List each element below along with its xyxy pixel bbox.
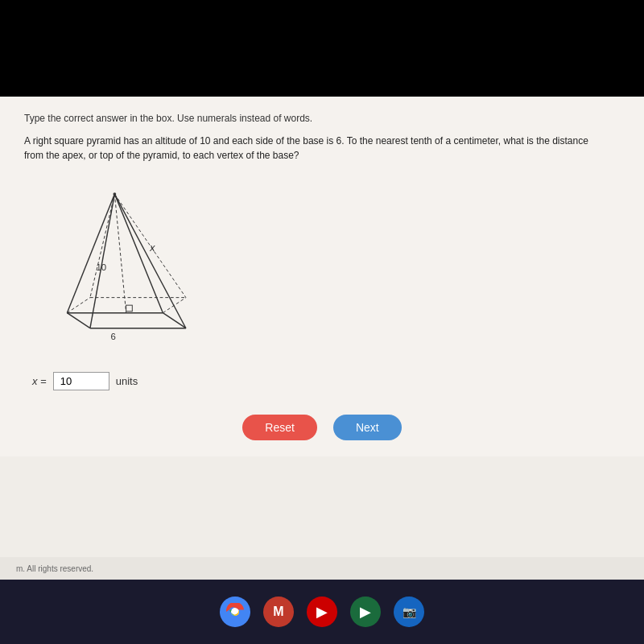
buttons-row: Reset Next	[24, 415, 620, 440]
play-icon[interactable]: ▶	[350, 597, 381, 627]
svg-line-6	[163, 298, 186, 313]
chrome-icon[interactable]	[220, 597, 250, 627]
copyright-text: m. All rights reserved.	[16, 564, 93, 573]
units-label: units	[116, 375, 138, 387]
equation-prefix: x =	[32, 375, 47, 387]
diagram: x 10 6	[40, 179, 217, 356]
taskbar: M ▶ ▶ 📷	[0, 580, 644, 644]
svg-line-10	[90, 194, 114, 328]
altitude-label: 10	[97, 262, 107, 272]
x-label: x	[149, 242, 155, 254]
next-button[interactable]: Next	[333, 415, 402, 440]
youtube-icon[interactable]: ▶	[307, 597, 337, 627]
meet-icon[interactable]: 📷	[394, 597, 424, 627]
pyramid-diagram: x 10 6	[40, 179, 201, 340]
instruction-text: Type the correct answer in the box. Use …	[24, 113, 620, 124]
svg-line-1	[67, 313, 90, 328]
base-label: 6	[111, 332, 116, 340]
gmail-icon[interactable]: M	[263, 597, 294, 627]
footer-bar: m. All rights reserved.	[0, 557, 644, 580]
svg-rect-15	[126, 305, 133, 312]
question-text: A right square pyramid has an altitude o…	[24, 134, 604, 163]
answer-input[interactable]	[53, 372, 109, 390]
reset-button[interactable]: Reset	[242, 415, 317, 440]
answer-row: x = units	[32, 372, 620, 390]
